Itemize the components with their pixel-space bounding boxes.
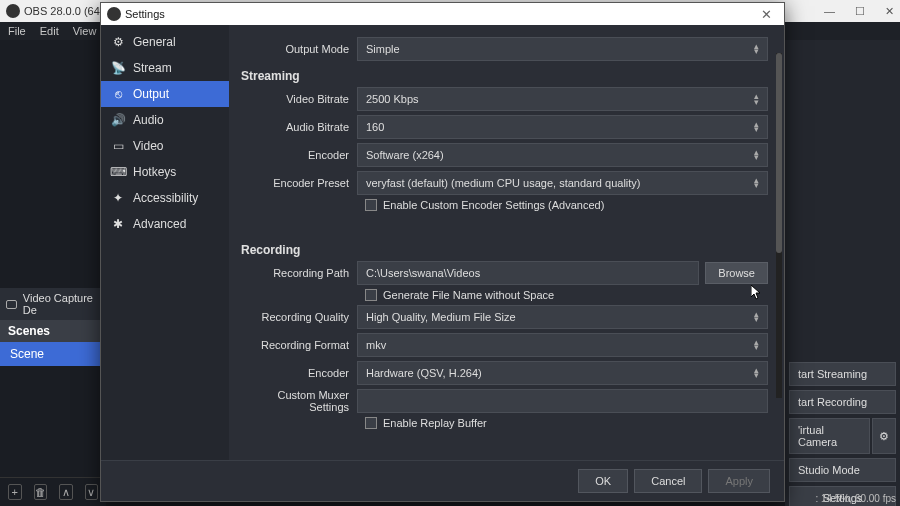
settings-content: Output Mode Simple ▴▾ Streaming Video Bi… (229, 25, 784, 460)
nav-output[interactable]: ⎋Output (101, 81, 229, 107)
video-bitrate-label: Video Bitrate (239, 93, 357, 105)
add-scene-button[interactable]: + (8, 484, 22, 500)
recording-path-label: Recording Path (239, 267, 357, 279)
video-bitrate-input[interactable]: 2500 Kbps ▴▾ (357, 87, 768, 111)
move-down-button[interactable]: ∨ (85, 484, 99, 500)
gear-icon: ⚙ (879, 430, 889, 443)
checkbox-icon (365, 289, 377, 301)
virtual-camera-settings-button[interactable]: ⚙ (872, 418, 896, 454)
keyboard-icon: ⌨ (111, 165, 125, 179)
sources-row[interactable]: Video Capture De (0, 288, 106, 320)
encoder-preset-label: Encoder Preset (239, 177, 357, 189)
recording-section-title: Recording (241, 243, 768, 257)
minimize-icon[interactable]: — (824, 5, 835, 18)
generate-filename-checkbox[interactable]: Generate File Name without Space (239, 289, 768, 301)
audio-bitrate-label: Audio Bitrate (239, 121, 357, 133)
delete-scene-button[interactable]: 🗑 (34, 484, 48, 500)
custom-muxer-input[interactable] (357, 389, 768, 413)
obs-logo-icon (6, 4, 20, 18)
wrench-icon: ✱ (111, 217, 125, 231)
dialog-footer: OK Cancel Apply (101, 460, 784, 501)
recording-format-select[interactable]: mkv ▴▾ (357, 333, 768, 357)
recording-path-input[interactable]: C:\Users\swana\Videos (357, 261, 699, 285)
recording-format-label: Recording Format (239, 339, 357, 351)
settings-dialog: Settings ✕ ⚙General 📡Stream ⎋Output 🔊Aud… (100, 2, 785, 502)
accessibility-icon: ✦ (111, 191, 125, 205)
nav-accessibility[interactable]: ✦Accessibility (101, 185, 229, 211)
close-icon[interactable]: ✕ (755, 7, 778, 22)
status-bar: : 14.5%, 60.00 fps (815, 493, 896, 504)
chevron-updown-icon: ▴▾ (754, 340, 759, 350)
checkbox-icon (365, 199, 377, 211)
streaming-encoder-label: Encoder (239, 149, 357, 161)
nav-hotkeys[interactable]: ⌨Hotkeys (101, 159, 229, 185)
scene-item[interactable]: Scene (0, 342, 106, 366)
move-up-button[interactable]: ∧ (59, 484, 73, 500)
chevron-updown-icon: ▴▾ (754, 150, 759, 160)
recording-encoder-label: Encoder (239, 367, 357, 379)
nav-advanced[interactable]: ✱Advanced (101, 211, 229, 237)
recording-quality-select[interactable]: High Quality, Medium File Size ▴▾ (357, 305, 768, 329)
start-streaming-button[interactable]: tart Streaming (789, 362, 896, 386)
apply-button[interactable]: Apply (708, 469, 770, 493)
video-icon: ▭ (111, 139, 125, 153)
antenna-icon: 📡 (111, 61, 125, 75)
camera-icon (6, 300, 17, 309)
obs-logo-icon (107, 7, 121, 21)
nav-video[interactable]: ▭Video (101, 133, 229, 159)
streaming-encoder-select[interactable]: Software (x264) ▴▾ (357, 143, 768, 167)
browse-button[interactable]: Browse (705, 262, 768, 284)
nav-audio[interactable]: 🔊Audio (101, 107, 229, 133)
checkbox-icon (365, 417, 377, 429)
output-icon: ⎋ (111, 87, 125, 101)
dialog-titlebar: Settings ✕ (101, 3, 784, 25)
custom-muxer-label: Custom Muxer Settings (239, 389, 357, 413)
nav-general[interactable]: ⚙General (101, 29, 229, 55)
dialog-title: Settings (125, 8, 165, 20)
chevron-updown-icon: ▴▾ (754, 44, 759, 54)
start-recording-button[interactable]: tart Recording (789, 390, 896, 414)
close-icon[interactable]: ✕ (885, 5, 894, 18)
enable-custom-encoder-checkbox[interactable]: Enable Custom Encoder Settings (Advanced… (239, 199, 768, 211)
encoder-preset-select[interactable]: veryfast (default) (medium CPU usage, st… (357, 171, 768, 195)
scenes-panel: Video Capture De Scenes Scene + 🗑 ∧ ∨ (0, 40, 106, 506)
scene-tools: + 🗑 ∧ ∨ (0, 477, 106, 506)
controls-panel: tart Streaming tart Recording 'irtual Ca… (785, 40, 900, 506)
audio-bitrate-select[interactable]: 160 ▴▾ (357, 115, 768, 139)
menu-file[interactable]: File (8, 25, 26, 37)
output-mode-label: Output Mode (239, 43, 357, 55)
scrollbar-thumb[interactable] (776, 53, 782, 253)
streaming-section-title: Streaming (241, 69, 768, 83)
enable-replay-buffer-checkbox[interactable]: Enable Replay Buffer (239, 417, 768, 429)
scenes-header: Scenes (0, 320, 106, 342)
menu-edit[interactable]: Edit (40, 25, 59, 37)
recording-encoder-select[interactable]: Hardware (QSV, H.264) ▴▾ (357, 361, 768, 385)
chevron-updown-icon: ▴▾ (754, 312, 759, 322)
recording-quality-label: Recording Quality (239, 311, 357, 323)
spinner-icon: ▴▾ (754, 93, 759, 105)
speaker-icon: 🔊 (111, 113, 125, 127)
chevron-updown-icon: ▴▾ (754, 368, 759, 378)
chevron-updown-icon: ▴▾ (754, 122, 759, 132)
nav-stream[interactable]: 📡Stream (101, 55, 229, 81)
maximize-icon[interactable]: ☐ (855, 5, 865, 18)
gear-icon: ⚙ (111, 35, 125, 49)
chevron-updown-icon: ▴▾ (754, 178, 759, 188)
cancel-button[interactable]: Cancel (634, 469, 702, 493)
menu-view[interactable]: View (73, 25, 97, 37)
settings-nav: ⚙General 📡Stream ⎋Output 🔊Audio ▭Video ⌨… (101, 25, 229, 460)
ok-button[interactable]: OK (578, 469, 628, 493)
studio-mode-button[interactable]: Studio Mode (789, 458, 896, 482)
virtual-camera-button[interactable]: 'irtual Camera (789, 418, 870, 454)
output-mode-select[interactable]: Simple ▴▾ (357, 37, 768, 61)
